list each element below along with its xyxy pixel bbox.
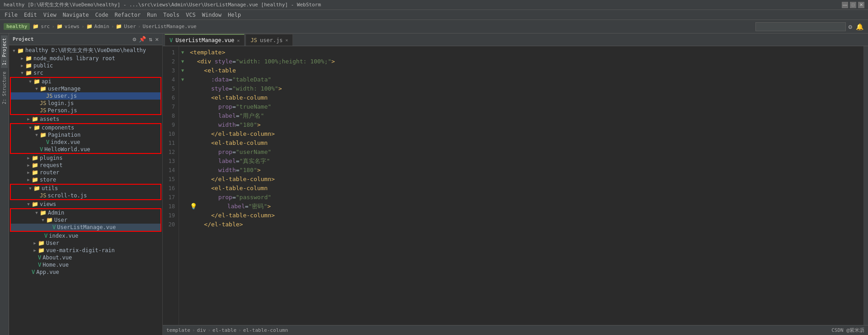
label: UserListManage.vue xyxy=(57,224,116,230)
arrow: ▶ xyxy=(19,56,25,61)
menu-item-code[interactable]: Code xyxy=(93,11,111,19)
menu-item-edit[interactable]: Edit xyxy=(21,11,40,19)
menu-item-help[interactable]: Help xyxy=(225,11,244,19)
tree-plugins[interactable]: ▶ 📁 plugins xyxy=(9,154,162,162)
editor-content: 12345 678910 1112131415 1617181920 ▼ ▼ ▼ xyxy=(163,46,868,325)
tree-scroll-to-js[interactable]: JS scroll-to.js xyxy=(11,192,160,199)
tab-close-icon[interactable]: ✕ xyxy=(285,38,288,43)
label: utils xyxy=(42,185,58,191)
status-breadcrumb: template › div › el-table › el-table-col… xyxy=(166,327,288,333)
settings-icon[interactable]: ⚙ xyxy=(848,22,853,31)
code-line-9: width="180"> xyxy=(190,120,860,129)
window-controls[interactable]: — □ ✕ xyxy=(842,2,864,8)
tree-components[interactable]: ▼ 📁 components xyxy=(11,124,160,131)
tree-home-vue[interactable]: V Home.vue xyxy=(9,261,162,268)
tree-api[interactable]: ▼ 📁 api xyxy=(11,78,160,85)
tree-node-modules[interactable]: ▶ 📁 node_modules library root xyxy=(9,55,162,62)
menu-item-navigate[interactable]: Navigate xyxy=(60,11,92,19)
tree-person-js[interactable]: JS Person.js xyxy=(11,107,160,114)
side-tab-project[interactable]: 1: Project xyxy=(1,35,8,68)
tree-router[interactable]: ▶ 📁 router xyxy=(9,169,162,176)
menu-item-refactor[interactable]: Refactor xyxy=(112,11,143,19)
tree-login-js[interactable]: JS login.js xyxy=(11,100,160,107)
tree-views[interactable]: ▼ 📁 views xyxy=(9,201,162,208)
folder-icon-3: 📁 xyxy=(86,24,93,29)
folder-icon: 📁 xyxy=(25,62,32,69)
tree-vue-matrix[interactable]: ▶ 📁 vue-matrix-digit-rain xyxy=(9,247,162,254)
tree-assets[interactable]: ▶ 📁 assets xyxy=(9,115,162,123)
label: User xyxy=(54,217,67,223)
code-editor[interactable]: <template> <div style="width: 100%;heigh… xyxy=(186,46,863,325)
tree-about-vue[interactable]: V About.vue xyxy=(9,254,162,261)
arrow: ▶ xyxy=(25,117,32,121)
tree-user2[interactable]: ▶ 📁 User xyxy=(9,239,162,247)
label: assets xyxy=(40,116,59,122)
tree-request[interactable]: ▶ 📁 request xyxy=(9,162,162,169)
tree-index-vue[interactable]: V index.vue xyxy=(11,139,160,146)
code-line-1: <template> xyxy=(190,48,860,57)
arrow: ▼ xyxy=(27,125,33,130)
code-line-15: </el-table-column> xyxy=(190,175,860,184)
tab-label: user.js xyxy=(260,37,283,43)
menu-item-window[interactable]: Window xyxy=(199,11,224,19)
tree-utils[interactable]: ▼ 📁 utils xyxy=(11,185,160,192)
tree-admin[interactable]: ▼ 📁 Admin xyxy=(11,209,160,216)
tree-helloworld-vue[interactable]: V HelloWorld.vue xyxy=(11,146,160,153)
label: vue-matrix-digit-rain xyxy=(46,247,115,254)
tab-userlistmanage[interactable]: V UserListManage.vue ✕ xyxy=(165,34,245,46)
tree-index-admin[interactable]: V index.vue xyxy=(9,232,162,239)
window-title: healthy [D:\研究生文件夹\VueDemo\healthy] - ..… xyxy=(4,1,321,8)
root-arrow: ▼ xyxy=(11,48,17,53)
label: login.js xyxy=(47,100,74,106)
close-panel-icon[interactable]: ✕ xyxy=(155,36,159,43)
title-bar: healthy [D:\研究生文件夹\VueDemo\healthy] - ..… xyxy=(0,0,868,10)
project-panel: Project ⚙ 📌 ⇅ ✕ ▼ 📁 healthy D:\研究生文件夹\Vu… xyxy=(9,34,163,335)
folder-icon: 📁 xyxy=(33,24,39,29)
lightbulb-icon: 💡 xyxy=(190,202,197,211)
menu-item-file[interactable]: File xyxy=(2,11,20,19)
label: Pagination xyxy=(48,132,80,138)
folder-icon: 📁 xyxy=(25,55,32,62)
tree-user-folder[interactable]: ▼ 📁 User xyxy=(11,216,160,224)
tab-close-icon[interactable]: ✕ xyxy=(237,38,240,43)
breadcrumb-user: User xyxy=(124,24,136,29)
tab-label: UserListManage.vue xyxy=(175,37,234,43)
menu-item-view[interactable]: View xyxy=(41,11,59,19)
project-tag[interactable]: healthy xyxy=(4,23,30,30)
tree-userManage[interactable]: ▼ 📁 userManage xyxy=(11,85,160,92)
tab-vue-icon: V xyxy=(170,37,173,43)
side-tab-structure[interactable]: 2: Structure xyxy=(1,69,8,107)
menu-item-vcs[interactable]: VCS xyxy=(183,11,198,19)
notification-icon[interactable]: 🔔 xyxy=(855,22,864,31)
search-input[interactable] xyxy=(755,22,846,31)
code-line-20: </el-table> xyxy=(190,220,860,229)
tree-src[interactable]: ▼ 📁 src xyxy=(9,69,162,77)
folder-icon: 📁 xyxy=(38,247,45,254)
label: index.vue xyxy=(49,233,78,239)
tree-app-vue[interactable]: V App.vue xyxy=(9,268,162,276)
arrow: ▶ xyxy=(25,170,32,175)
tree-store[interactable]: ▶ 📁 store xyxy=(9,176,162,183)
tree-userlistmanage-vue[interactable]: V UserListManage.vue xyxy=(11,224,160,231)
tree-root[interactable]: ▼ 📁 healthy D:\研究生文件夹\VueDemo\healthy xyxy=(9,46,162,55)
breadcrumb-file: UserListManage.vue xyxy=(142,24,196,29)
gear-icon[interactable]: ⚙ xyxy=(133,36,137,43)
tree-user-js[interactable]: JS user.js xyxy=(11,92,160,100)
expand-icon[interactable]: ⇅ xyxy=(149,36,152,43)
tree-public[interactable]: ▶ 📁 public xyxy=(9,62,162,69)
label: api xyxy=(42,78,52,85)
pin-icon[interactable]: 📌 xyxy=(139,36,146,43)
close-button[interactable]: ✕ xyxy=(858,2,864,8)
editor-scrollbar[interactable] xyxy=(863,46,868,325)
breadcrumb-src: src xyxy=(41,24,50,29)
menu-item-run[interactable]: Run xyxy=(144,11,160,19)
tree-pagination[interactable]: ▼ 📁 Pagination xyxy=(11,131,160,139)
tab-user-js[interactable]: JS user.js ✕ xyxy=(245,34,293,46)
editor-area: V UserListManage.vue ✕ JS user.js ✕ 1234… xyxy=(163,34,868,335)
panel-header-icons[interactable]: ⚙ 📌 ⇅ ✕ xyxy=(133,36,159,43)
menu-item-tools[interactable]: Tools xyxy=(160,11,182,19)
arrow: ▶ xyxy=(25,177,32,182)
minimize-button[interactable]: — xyxy=(842,2,848,8)
maximize-button[interactable]: □ xyxy=(850,2,856,8)
code-line-3: <el-table xyxy=(190,66,860,75)
